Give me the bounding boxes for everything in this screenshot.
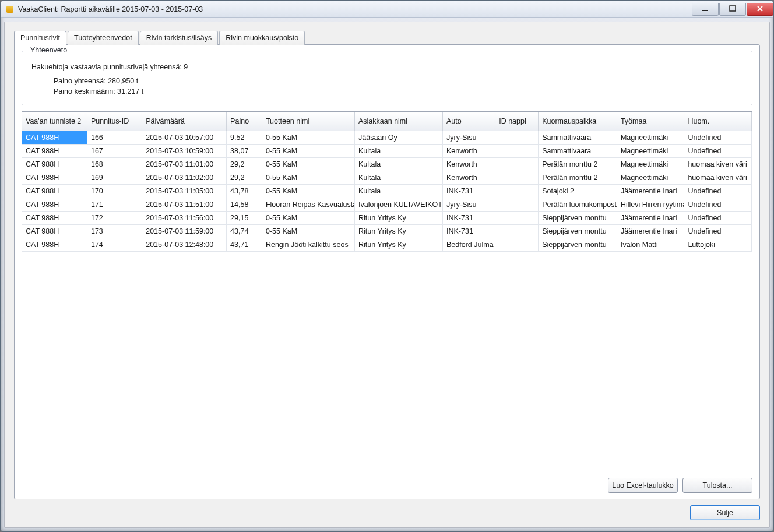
table-cell[interactable]: 0-55 KaM bbox=[262, 211, 354, 224]
table-cell[interactable]: 171 bbox=[87, 198, 142, 211]
column-header[interactable]: Auto bbox=[442, 112, 495, 131]
table-cell[interactable]: 2015-07-03 11:01:00 bbox=[142, 157, 227, 171]
table-cell[interactable]: 173 bbox=[87, 224, 142, 238]
table-cell[interactable]: Sieppijärven monttu bbox=[539, 224, 617, 238]
titlebar[interactable]: VaakaClient: Raportti aikavälille 2015-0… bbox=[1, 1, 773, 18]
table-cell[interactable]: Ivalonjoen KULTAVEIKOT bbox=[355, 198, 443, 211]
table-cell[interactable]: Luttojoki bbox=[684, 238, 752, 251]
table-row[interactable]: CAT 988H1702015-07-03 11:05:0043,780-55 … bbox=[22, 184, 752, 198]
table-cell[interactable]: INK-731 bbox=[442, 184, 495, 198]
table-cell[interactable]: 2015-07-03 10:57:00 bbox=[142, 131, 227, 144]
table-cell[interactable]: Undefined bbox=[684, 224, 752, 238]
table-cell[interactable] bbox=[495, 171, 539, 184]
table-row[interactable]: CAT 988H1742015-07-03 12:48:0043,71Rengi… bbox=[22, 238, 752, 251]
table-cell[interactable]: Kenworth bbox=[442, 157, 495, 171]
table-cell[interactable] bbox=[495, 211, 539, 224]
table-row[interactable]: CAT 988H1682015-07-03 11:01:0029,20-55 K… bbox=[22, 157, 752, 171]
table-cell[interactable]: Jäämerentie Inari bbox=[617, 211, 684, 224]
table-cell[interactable]: 14,58 bbox=[227, 198, 262, 211]
table-cell[interactable]: CAT 988H bbox=[22, 211, 87, 224]
table-cell[interactable]: huomaa kiven väri bbox=[684, 171, 752, 184]
table-cell[interactable]: Ritun Yritys Ky bbox=[355, 211, 443, 224]
table-cell[interactable]: Jäämerentie Inari bbox=[617, 224, 684, 238]
close-dialog-button[interactable]: Sulje bbox=[690, 505, 760, 520]
table-cell[interactable]: CAT 988H bbox=[22, 198, 87, 211]
table-cell[interactable]: Jääsaari Oy bbox=[355, 131, 443, 144]
create-excel-button[interactable]: Luo Excel-taulukko bbox=[608, 478, 678, 493]
table-cell[interactable]: Undefined bbox=[684, 144, 752, 157]
table-cell[interactable]: INK-731 bbox=[442, 211, 495, 224]
table-cell[interactable]: CAT 988H bbox=[22, 224, 87, 238]
column-header[interactable]: Asiakkaan nimi bbox=[355, 112, 443, 131]
table-cell[interactable]: 29,2 bbox=[227, 157, 262, 171]
column-header[interactable]: Kuormauspaikka bbox=[539, 112, 617, 131]
table-cell[interactable]: huomaa kiven väri bbox=[684, 157, 752, 171]
table-cell[interactable]: Hillevi Hiiren ryytimaa bbox=[617, 198, 684, 211]
table-cell[interactable]: 172 bbox=[87, 211, 142, 224]
table-cell[interactable]: Kultala bbox=[355, 144, 443, 157]
table-cell[interactable]: Sammattivaara bbox=[539, 144, 617, 157]
close-button[interactable] bbox=[747, 3, 773, 16]
table-cell[interactable]: Kultala bbox=[355, 157, 443, 171]
table-cell[interactable]: Ritun Yritys Ky bbox=[355, 238, 443, 251]
table-cell[interactable]: CAT 988H bbox=[22, 131, 87, 144]
column-header[interactable]: Tuotteen nimi bbox=[262, 112, 354, 131]
table-cell[interactable]: Perälän luomukomposti bbox=[539, 198, 617, 211]
table-cell[interactable]: CAT 988H bbox=[22, 144, 87, 157]
table-cell[interactable]: CAT 988H bbox=[22, 184, 87, 198]
table-row[interactable]: CAT 988H1692015-07-03 11:02:0029,20-55 K… bbox=[22, 171, 752, 184]
table-cell[interactable]: 2015-07-03 10:59:00 bbox=[142, 144, 227, 157]
table-row[interactable]: CAT 988H1662015-07-03 10:57:009,520-55 K… bbox=[22, 131, 752, 144]
table-row[interactable]: CAT 988H1712015-07-03 11:51:0014,58Floor… bbox=[22, 198, 752, 211]
table-row[interactable]: CAT 988H1672015-07-03 10:59:0038,070-55 … bbox=[22, 144, 752, 157]
table-cell[interactable] bbox=[495, 184, 539, 198]
table-cell[interactable]: Sotajoki 2 bbox=[539, 184, 617, 198]
table-cell[interactable]: Sammattivaara bbox=[539, 131, 617, 144]
table-cell[interactable]: 9,52 bbox=[227, 131, 262, 144]
data-grid[interactable]: Vaa'an tunniste 2Punnitus-IDPäivämääräPa… bbox=[22, 111, 752, 474]
minimize-button[interactable] bbox=[692, 3, 719, 16]
table-cell[interactable]: 0-55 KaM bbox=[262, 144, 354, 157]
table-cell[interactable]: Jyry-Sisu bbox=[442, 198, 495, 211]
tab-rivin-tarkistus[interactable]: Rivin tarkistus/lisäys bbox=[140, 31, 219, 45]
table-cell[interactable]: CAT 988H bbox=[22, 238, 87, 251]
table-cell[interactable]: Kenworth bbox=[442, 171, 495, 184]
column-header[interactable]: Päivämäärä bbox=[142, 112, 227, 131]
table-cell[interactable]: 43,71 bbox=[227, 238, 262, 251]
tab-tuoteyhteenvedot[interactable]: Tuoteyhteenvedot bbox=[68, 31, 139, 45]
table-row[interactable]: CAT 988H1722015-07-03 11:56:0029,150-55 … bbox=[22, 211, 752, 224]
table-cell[interactable]: Flooran Reipas Kasvualusta bbox=[262, 198, 354, 211]
table-cell[interactable]: Jäämerentie Inari bbox=[617, 184, 684, 198]
table-cell[interactable]: Ritun Yritys Ky bbox=[355, 224, 443, 238]
table-cell[interactable]: 2015-07-03 11:51:00 bbox=[142, 198, 227, 211]
table-cell[interactable]: 0-55 KaM bbox=[262, 224, 354, 238]
table-cell[interactable]: 170 bbox=[87, 184, 142, 198]
table-cell[interactable]: Sieppijärven monttu bbox=[539, 238, 617, 251]
tab-punnitusrivit[interactable]: Punnitusrivit bbox=[14, 31, 66, 45]
table-cell[interactable]: Jyry-Sisu bbox=[442, 131, 495, 144]
table-cell[interactable]: Perälän monttu 2 bbox=[539, 157, 617, 171]
table-cell[interactable] bbox=[495, 131, 539, 144]
table-cell[interactable]: 38,07 bbox=[227, 144, 262, 157]
table-cell[interactable] bbox=[495, 157, 539, 171]
table-cell[interactable]: 43,74 bbox=[227, 224, 262, 238]
table-cell[interactable]: Undefined bbox=[684, 184, 752, 198]
column-header[interactable]: Työmaa bbox=[617, 112, 684, 131]
table-cell[interactable]: 2015-07-03 11:05:00 bbox=[142, 184, 227, 198]
table-cell[interactable]: 43,78 bbox=[227, 184, 262, 198]
column-header[interactable]: Vaa'an tunniste 2 bbox=[22, 112, 87, 131]
table-cell[interactable]: 2015-07-03 11:56:00 bbox=[142, 211, 227, 224]
table-cell[interactable]: Rengin Jööti kalkittu seos bbox=[262, 238, 354, 251]
table-cell[interactable]: 169 bbox=[87, 171, 142, 184]
table-cell[interactable]: 0-55 KaM bbox=[262, 131, 354, 144]
table-cell[interactable]: 166 bbox=[87, 131, 142, 144]
tab-rivin-muokkaus[interactable]: Rivin muokkaus/poisto bbox=[219, 31, 305, 45]
table-cell[interactable]: INK-731 bbox=[442, 224, 495, 238]
table-cell[interactable] bbox=[495, 238, 539, 251]
table-cell[interactable]: 2015-07-03 11:59:00 bbox=[142, 224, 227, 238]
table-cell[interactable]: Undefined bbox=[684, 198, 752, 211]
column-header[interactable]: Paino bbox=[227, 112, 262, 131]
table-cell[interactable] bbox=[495, 144, 539, 157]
column-header[interactable]: Punnitus-ID bbox=[87, 112, 142, 131]
table-cell[interactable]: Magneettimäki bbox=[617, 171, 684, 184]
